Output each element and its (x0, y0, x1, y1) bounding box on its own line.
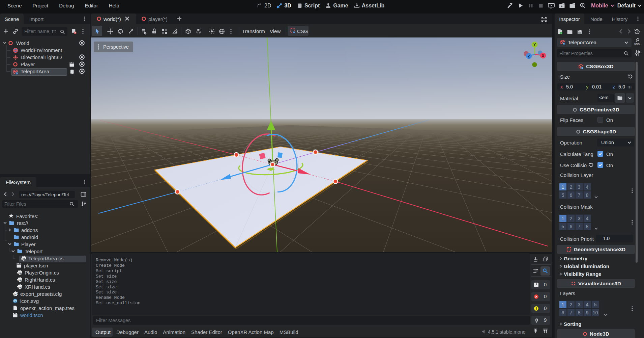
svg-text:X: X (542, 54, 545, 58)
svg-text:cs: cs (18, 279, 21, 281)
svg-text:Y: Y (533, 43, 536, 47)
svg-text:cs: cs (18, 272, 21, 274)
svg-text:DOC: DOC (634, 42, 640, 45)
svg-text:Z: Z (528, 54, 530, 58)
svg-text:txt: txt (14, 293, 17, 295)
svg-text:cs: cs (18, 286, 21, 288)
svg-text:Perspective: Perspective (103, 44, 129, 50)
svg-text:cs: cs (22, 258, 25, 260)
